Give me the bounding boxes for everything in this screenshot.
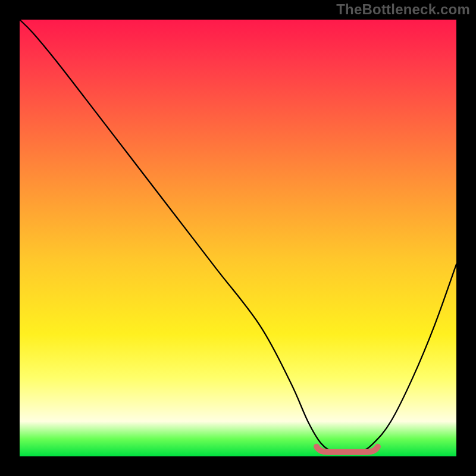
attribution-text: TheBottleneck.com bbox=[336, 1, 470, 18]
bottleneck-curve bbox=[20, 20, 456, 453]
chart-frame: TheBottleneck.com bbox=[0, 0, 476, 476]
curve-layer bbox=[20, 20, 456, 456]
plot-area bbox=[20, 20, 456, 456]
